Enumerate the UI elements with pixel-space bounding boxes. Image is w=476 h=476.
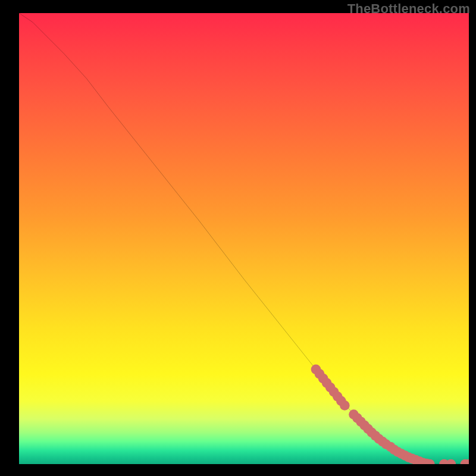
- dots-group: [311, 364, 469, 464]
- data-point: [446, 459, 456, 464]
- plot-area: [19, 13, 469, 464]
- watermark-text: TheBottleneck.com: [347, 1, 470, 17]
- chart-svg: [19, 13, 469, 464]
- curve-line: [19, 13, 469, 464]
- chart-frame: TheBottleneck.com: [0, 0, 476, 476]
- data-point: [340, 400, 350, 411]
